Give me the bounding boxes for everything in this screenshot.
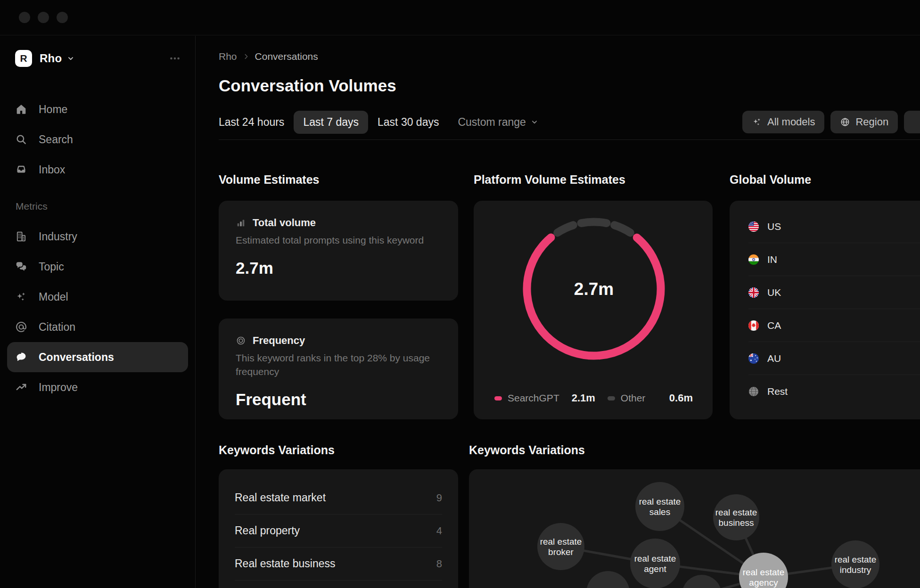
tab-custom-range[interactable]: Custom range [448, 111, 548, 134]
sidebar-item-model[interactable]: Model [7, 282, 188, 312]
window-close-button[interactable] [19, 12, 30, 23]
svg-text:broker: broker [548, 547, 574, 557]
graph-node-broker[interactable]: real estate broker [537, 523, 584, 570]
keyword-row[interactable]: Real property4 [235, 514, 442, 547]
svg-text:real estate: real estate [715, 507, 757, 517]
graph-node-agent[interactable]: real estate agent [630, 539, 680, 588]
keyword-label: Real property [235, 524, 300, 537]
country-row-in[interactable]: IN [748, 243, 920, 276]
tab-label: Last 30 days [378, 116, 439, 129]
sidebar-item-label: Conversations [39, 351, 114, 364]
app-window: R Rho HomeSearchInbox Metrics IndustryTo… [0, 0, 920, 588]
sidebar-item-search[interactable]: Search [7, 124, 188, 155]
sidebar-item-label: Citation [39, 321, 75, 334]
graph-node-business[interactable]: real estate business [713, 494, 759, 540]
country-row-au[interactable]: AU [748, 342, 920, 375]
search-icon [15, 133, 27, 146]
flag-ca-icon [748, 320, 759, 331]
graph-node-partial-2[interactable] [682, 575, 722, 588]
keywords-network-chart: real estate salesreal estate businessrea… [469, 469, 920, 588]
svg-text:2.7m: 2.7m [574, 279, 614, 299]
svg-text:real estate: real estate [540, 537, 582, 547]
keyword-label: Real estate business [235, 557, 336, 570]
total-volume-value: 2.7m [236, 259, 441, 278]
legend-label: SearchGPT [508, 392, 559, 404]
sidebar-item-label: Search [39, 133, 73, 146]
legend-item-other: Other0.6m [608, 392, 693, 404]
globe-icon [748, 386, 759, 397]
tab-last-24-hours[interactable]: Last 24 hours [209, 111, 294, 134]
sidebar-item-label: Inbox [39, 163, 65, 176]
global-volume-rows: USINUKCAAURest [730, 201, 920, 408]
keywords-list-heading: Keywords Variations [219, 443, 335, 457]
truncated-action-button[interactable] [904, 111, 920, 133]
global-volume-card: USINUKCAAURest [730, 201, 920, 419]
keyword-row[interactable]: Real estate market9 [235, 482, 442, 514]
legend-swatch [608, 396, 615, 400]
all-models-button[interactable]: All models [742, 111, 824, 133]
global-volume-heading: Global Volume [730, 173, 811, 187]
workspace-switcher[interactable]: R Rho [15, 43, 181, 74]
workspace-name: Rho [40, 52, 62, 65]
svg-text:agent: agent [644, 564, 666, 574]
sidebar-primary-nav: HomeSearchInbox [0, 94, 195, 185]
citation-icon [15, 321, 27, 333]
industry-icon [15, 230, 27, 243]
svg-text:agency: agency [749, 578, 778, 588]
graph-node-sales[interactable]: real estate sales [635, 482, 684, 531]
tab-last-30-days[interactable]: Last 30 days [368, 111, 448, 134]
inbox-icon [15, 163, 27, 176]
svg-text:sales: sales [649, 507, 670, 517]
keyword-row[interactable]: Real estate business8 [235, 547, 442, 580]
sidebar-section-label: Metrics [16, 201, 195, 212]
country-label: IN [767, 254, 777, 265]
breadcrumb-current[interactable]: Conversations [255, 51, 318, 62]
graph-node-industry[interactable]: real estate industry [831, 540, 879, 588]
country-label: CA [767, 320, 781, 331]
svg-text:real estate: real estate [639, 497, 681, 506]
country-label: Rest [767, 386, 788, 397]
country-row-ca[interactable]: CA [748, 309, 920, 342]
country-row-rest[interactable]: Rest [748, 375, 920, 408]
graph-node-agency[interactable]: real estate agency [739, 553, 788, 588]
keyword-label: Real estate market [235, 491, 326, 504]
sidebar-item-citation[interactable]: Citation [7, 312, 188, 342]
platform-donut-chart: 2.7m [518, 213, 669, 364]
breadcrumb-root[interactable]: Rho [219, 51, 237, 62]
sidebar-item-label: Topic [39, 261, 64, 273]
total-volume-title: Total volume [253, 217, 316, 229]
improve-icon [15, 381, 27, 393]
sidebar-item-topic[interactable]: Topic [7, 252, 188, 282]
target-icon [236, 335, 246, 346]
country-row-us[interactable]: US [748, 210, 920, 243]
time-range-tabs: Last 24 hoursLast 7 daysLast 30 daysCust… [209, 110, 548, 134]
tab-label: Last 24 hours [219, 116, 284, 129]
window-zoom-button[interactable] [57, 12, 68, 23]
tab-last-7-days[interactable]: Last 7 days [294, 111, 368, 134]
sidebar-item-conversations[interactable]: Conversations [7, 342, 188, 372]
sidebar-item-inbox[interactable]: Inbox [7, 155, 188, 185]
total-volume-card: Total volume Estimated total prompts usi… [219, 201, 458, 301]
sidebar-item-label: Home [39, 103, 67, 116]
ellipsis-icon[interactable] [169, 52, 181, 65]
keywords-graph-card: real estate salesreal estate businessrea… [469, 469, 920, 588]
legend-label: Other [621, 392, 646, 404]
keyword-count: 9 [436, 492, 442, 504]
sidebar: R Rho HomeSearchInbox Metrics IndustryTo… [0, 36, 196, 588]
svg-text:real estate: real estate [743, 567, 785, 577]
country-row-uk[interactable]: UK [748, 276, 920, 309]
graph-node-partial-1[interactable] [586, 571, 630, 588]
window-minimize-button[interactable] [38, 12, 49, 23]
button-label: All models [767, 116, 815, 128]
legend-value: 2.1m [572, 392, 595, 404]
flag-us-icon [748, 221, 759, 232]
keywords-list-rows: Real estate market9Real property4Real es… [219, 469, 458, 580]
sidebar-item-industry[interactable]: Industry [7, 221, 188, 252]
sidebar-item-home[interactable]: Home [7, 94, 188, 124]
conversations-icon [15, 351, 27, 363]
legend-value: 0.6m [669, 392, 693, 404]
globe-icon [840, 117, 850, 127]
topic-icon [15, 261, 27, 273]
sidebar-item-improve[interactable]: Improve [7, 372, 188, 402]
region-button[interactable]: Region [830, 111, 898, 133]
